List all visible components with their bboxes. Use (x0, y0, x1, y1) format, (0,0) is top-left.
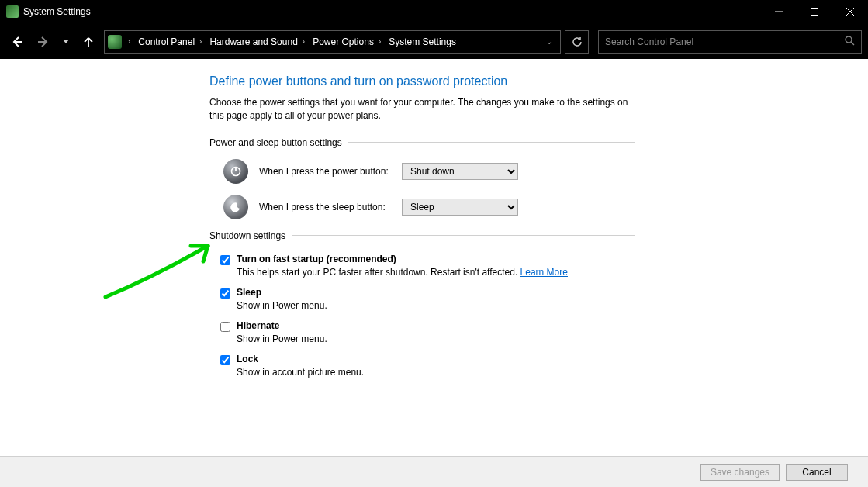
learn-more-link[interactable]: Learn More (520, 267, 568, 278)
power-button-select[interactable]: Shut down (402, 163, 518, 180)
lock-checkbox[interactable] (220, 355, 230, 365)
sleep-description: Show in Power menu. (237, 300, 640, 311)
power-button-label: When I press the power button: (259, 166, 391, 177)
hibernate-label: Hibernate (237, 320, 279, 331)
hibernate-description: Show in Power menu. (237, 333, 640, 344)
titlebar: System Settings (0, 0, 868, 23)
breadcrumb[interactable]: › Control Panel › Hardware and Sound › P… (104, 30, 561, 54)
sleep-label: Sleep (237, 287, 261, 298)
window-title: System Settings (23, 6, 91, 17)
save-changes-button: Save changes (700, 464, 780, 481)
lock-label: Lock (237, 354, 258, 364)
cancel-button[interactable]: Cancel (786, 464, 848, 481)
lock-description: Show in account picture menu. (237, 367, 640, 378)
fast-startup-checkbox[interactable] (220, 255, 230, 265)
close-button[interactable] (832, 0, 868, 23)
section-power-sleep-heading: Power and sleep button settings (209, 137, 635, 148)
sleep-button-select[interactable]: Sleep (402, 199, 518, 216)
recent-locations-button[interactable] (59, 31, 73, 53)
navigation-bar: › Control Panel › Hardware and Sound › P… (0, 23, 868, 59)
up-button[interactable] (78, 31, 99, 53)
sleep-icon (223, 195, 248, 219)
sleep-checkbox[interactable] (220, 288, 230, 299)
back-button[interactable] (6, 31, 28, 53)
search-icon (845, 36, 855, 48)
breadcrumb-item-power-options[interactable]: Power Options (310, 36, 377, 47)
breadcrumb-item-control-panel[interactable]: Control Panel (135, 36, 198, 47)
content-area: Define power buttons and turn on passwor… (0, 59, 868, 456)
section-shutdown-heading: Shutdown settings (209, 230, 635, 241)
checkbox-fast-startup: Turn on fast startup (recommended) (220, 252, 645, 265)
fast-startup-description: This helps start your PC faster after sh… (237, 267, 640, 278)
checkbox-lock: Lock (220, 352, 645, 365)
forward-button[interactable] (33, 31, 54, 53)
page-heading: Define power buttons and turn on passwor… (209, 74, 852, 88)
chevron-right-icon: › (198, 37, 206, 46)
power-icon (223, 159, 248, 184)
checkbox-sleep: Sleep (220, 285, 645, 299)
hibernate-checkbox[interactable] (220, 322, 230, 332)
breadcrumb-item-hardware-sound[interactable]: Hardware and Sound (206, 36, 300, 47)
refresh-button[interactable] (565, 30, 589, 54)
svg-rect-1 (811, 9, 818, 16)
svg-line-7 (851, 42, 854, 45)
search-input[interactable] (605, 36, 845, 47)
sleep-button-row: When I press the sleep button: Sleep (223, 195, 648, 219)
control-panel-icon (6, 5, 19, 18)
footer-bar: Save changes Cancel (0, 456, 868, 487)
page-description: Choose the power settings that you want … (209, 96, 644, 123)
power-button-row: When I press the power button: Shut down (223, 159, 648, 184)
breadcrumb-item-system-settings[interactable]: System Settings (386, 36, 459, 47)
fast-startup-label: Turn on fast startup (recommended) (237, 254, 396, 264)
search-box[interactable] (598, 30, 862, 54)
chevron-right-icon: › (301, 37, 310, 46)
chevron-right-icon: › (377, 37, 386, 46)
chevron-right-icon: › (126, 37, 135, 46)
maximize-button[interactable] (797, 0, 832, 23)
minimize-button[interactable] (761, 0, 797, 23)
svg-point-6 (846, 36, 852, 43)
location-icon (108, 35, 122, 49)
sleep-button-label: When I press the sleep button: (259, 202, 391, 212)
breadcrumb-dropdown[interactable]: ⌄ (538, 37, 560, 46)
checkbox-hibernate: Hibernate (220, 319, 645, 332)
